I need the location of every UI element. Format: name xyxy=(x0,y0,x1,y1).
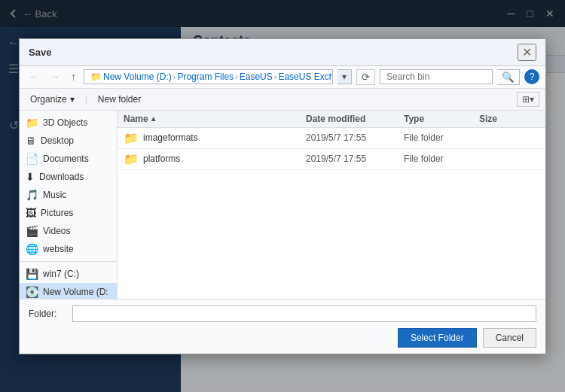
dialog-close-button[interactable]: ✕ xyxy=(518,44,536,61)
table-row[interactable]: 📁 imageformats 2019/5/7 17:55 File folde… xyxy=(118,128,545,149)
nav-item-downloads[interactable]: ⬇ Downloads xyxy=(20,168,117,186)
file-header-name[interactable]: Name ▲ xyxy=(124,114,306,124)
file-name-label-1: platforms xyxy=(143,153,180,164)
organize-button[interactable]: Organize ▾ xyxy=(26,93,79,106)
desktop-icon: 🖥 xyxy=(26,135,36,147)
file-list-header: Name ▲ Date modified Type Size xyxy=(118,111,545,128)
folder-label: Folder: xyxy=(29,308,66,319)
new-vol-d-label: New Volume (D: xyxy=(43,287,108,297)
dialog-nav: 📁 3D Objects 🖥 Desktop 📄 Documents ⬇ Dow… xyxy=(20,111,118,299)
3d-objects-icon: 📁 xyxy=(26,117,38,129)
nav-item-videos[interactable]: 🎬 Videos xyxy=(20,222,117,240)
pictures-label: Pictures xyxy=(41,208,73,218)
search-input[interactable] xyxy=(380,69,493,84)
documents-label: Documents xyxy=(43,153,89,164)
breadcrumb-easeus[interactable]: EaseUS xyxy=(240,71,273,82)
view-toggle-button[interactable]: ⊞▾ xyxy=(517,92,539,107)
file-name-0: 📁 imageformats xyxy=(124,131,306,145)
address-bar: ← → ↑ 📁 New Volume (D:) › Program Files … xyxy=(20,66,545,89)
nav-item-website[interactable]: 🌐 website xyxy=(20,240,117,258)
refresh-button[interactable]: ⟳ xyxy=(356,69,375,85)
folder-icon-1: 📁 xyxy=(124,152,139,166)
breadcrumb-icon: 📁 xyxy=(90,71,102,82)
nav-item-pictures[interactable]: 🖼 Pictures xyxy=(20,204,117,222)
file-header-date-label: Date modified xyxy=(306,114,365,124)
breadcrumb-programfiles[interactable]: Program Files xyxy=(177,71,234,82)
file-date-1: 2019/5/7 17:55 xyxy=(306,153,404,164)
breadcrumb-newvol[interactable]: New Volume (D:) xyxy=(103,71,172,82)
dialog-overlay: Save ✕ ← → ↑ 📁 New Volume (D:) › Program… xyxy=(0,0,565,392)
music-icon: 🎵 xyxy=(26,189,38,201)
folder-input[interactable] xyxy=(72,305,536,322)
file-list: Name ▲ Date modified Type Size xyxy=(118,111,545,299)
organize-arrow: ▾ xyxy=(70,94,75,105)
dialog-body: 📁 3D Objects 🖥 Desktop 📄 Documents ⬇ Dow… xyxy=(20,111,545,299)
breadcrumb-sep-3: › xyxy=(274,72,277,81)
breadcrumb-path: 📁 New Volume (D:) › Program Files › Ease… xyxy=(84,69,333,84)
organize-label: Organize xyxy=(30,94,67,105)
folder-row: Folder: xyxy=(29,305,536,322)
dialog-title: Save xyxy=(29,47,51,58)
sort-icon: ▲ xyxy=(150,114,157,123)
nav-item-music[interactable]: 🎵 Music xyxy=(20,186,117,204)
nav-item-documents[interactable]: 📄 Documents xyxy=(20,150,117,168)
file-header-size[interactable]: Size xyxy=(479,114,539,124)
breadcrumb-sep-1: › xyxy=(173,72,176,81)
button-row: Select Folder Cancel xyxy=(29,328,536,348)
pictures-icon: 🖼 xyxy=(26,207,36,219)
search-button[interactable]: 🔍 xyxy=(497,69,520,85)
3d-objects-label: 3D Objects xyxy=(43,117,87,128)
nav-item-win7-c[interactable]: 💾 win7 (C:) xyxy=(20,265,117,283)
documents-icon: 📄 xyxy=(26,153,38,165)
file-type-0: File folder xyxy=(404,132,479,143)
app-background: ← Back ─ □ ✕ ← ☰ ↺ ℹ 4 email account(s) … xyxy=(0,0,565,392)
new-folder-button[interactable]: New folder xyxy=(93,93,145,106)
cancel-button[interactable]: Cancel xyxy=(483,328,536,348)
breadcrumb-easeus-exchange[interactable]: EaseUS Exchange Recovery xyxy=(278,71,333,82)
file-type-1: File folder xyxy=(404,153,479,164)
file-header-date[interactable]: Date modified xyxy=(306,114,404,124)
file-header-type[interactable]: Type xyxy=(404,114,479,124)
view-toggle: ⊞▾ xyxy=(517,92,539,107)
dialog-title-bar: Save ✕ xyxy=(20,39,545,66)
nav-item-3d-objects[interactable]: 📁 3D Objects xyxy=(20,114,117,132)
select-folder-button[interactable]: Select Folder xyxy=(398,328,477,348)
file-date-0: 2019/5/7 17:55 xyxy=(306,132,404,143)
win7-icon: 💾 xyxy=(26,268,38,280)
folder-icon-0: 📁 xyxy=(124,131,139,145)
win7-label: win7 (C:) xyxy=(43,269,79,279)
nav-back-button[interactable]: ← xyxy=(26,69,42,84)
breadcrumb-sep-2: › xyxy=(235,72,238,81)
downloads-icon: ⬇ xyxy=(26,171,35,183)
nav-item-desktop[interactable]: 🖥 Desktop xyxy=(20,132,117,150)
videos-icon: 🎬 xyxy=(26,225,38,237)
website-icon: 🌐 xyxy=(26,243,38,255)
nav-separator-1 xyxy=(20,261,117,262)
toolbar-separator: | xyxy=(85,94,87,105)
help-button[interactable]: ? xyxy=(524,69,539,84)
breadcrumb-dropdown-button[interactable]: ▾ xyxy=(337,69,352,84)
music-label: Music xyxy=(43,190,66,200)
save-dialog: Save ✕ ← → ↑ 📁 New Volume (D:) › Program… xyxy=(19,38,546,354)
file-header-type-label: Type xyxy=(404,114,424,124)
desktop-label: Desktop xyxy=(41,135,74,146)
file-header-size-label: Size xyxy=(479,114,497,124)
dialog-footer: Folder: Select Folder Cancel xyxy=(20,299,545,354)
nav-item-new-vol-d[interactable]: 💽 New Volume (D: xyxy=(20,283,117,299)
nav-forward-button[interactable]: → xyxy=(47,69,63,84)
nav-up-button[interactable]: ↑ xyxy=(68,69,79,84)
file-name-label-0: imageformats xyxy=(143,132,198,143)
new-vol-d-icon: 💽 xyxy=(26,286,38,298)
website-label: website xyxy=(43,244,74,254)
file-name-1: 📁 platforms xyxy=(124,152,306,166)
table-row[interactable]: 📁 platforms 2019/5/7 17:55 File folder xyxy=(118,149,545,170)
videos-label: Videos xyxy=(43,226,70,236)
downloads-label: Downloads xyxy=(39,172,84,182)
dialog-toolbar: Organize ▾ | New folder ⊞▾ xyxy=(20,89,545,111)
file-header-name-label: Name xyxy=(124,114,148,124)
